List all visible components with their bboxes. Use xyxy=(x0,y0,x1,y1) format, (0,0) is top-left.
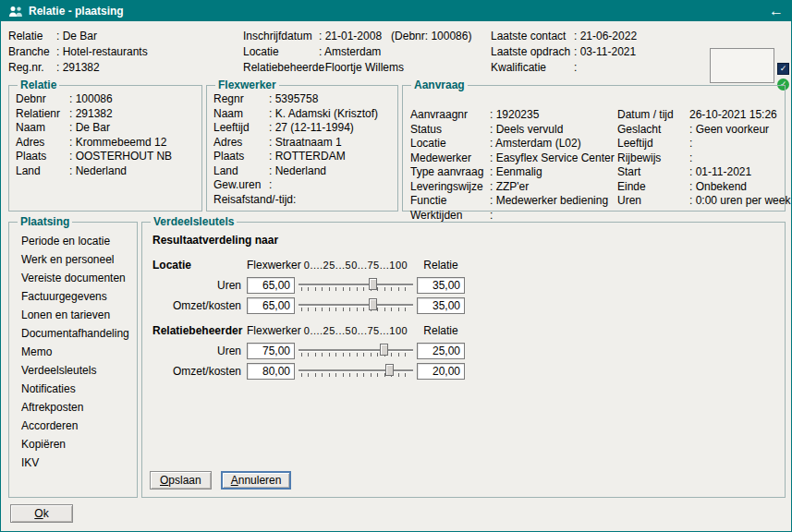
beheerder-uren-relatie-input[interactable] xyxy=(417,343,465,359)
menu-item-vereiste-documenten[interactable]: Vereiste documenten xyxy=(16,269,131,287)
info-row: Land: Nederland xyxy=(213,164,392,179)
header-row: Inschrijfdatum: 21-01-2008 (Debnr: 10008… xyxy=(243,28,471,43)
header-value: : De Bar xyxy=(56,30,97,42)
info-value: : ROTTERDAM xyxy=(269,150,346,164)
info-label: Debnr xyxy=(16,92,69,107)
locatie-omzet-flexwerker-input[interactable] xyxy=(247,297,295,314)
header-value: : 21-06-2022 xyxy=(574,30,637,42)
titlebar: Relatie - plaatsing ← xyxy=(1,1,791,21)
header-col-relatie: Relatie: De Bar Branche: Hotel-restauran… xyxy=(8,28,148,75)
menu-item-kopieren[interactable]: Kopiëren xyxy=(16,435,131,453)
info-label: Plaats xyxy=(16,150,69,164)
info-value: : ZZP'er xyxy=(490,180,529,195)
row-label: Omzet/kosten xyxy=(149,299,241,312)
info-label: Einde xyxy=(617,180,689,195)
info-row: Adres: Straatnaam 1 xyxy=(213,136,392,151)
header-label: Kwalificatie xyxy=(491,61,574,74)
info-value: : OOSTERHOUT NB xyxy=(69,150,172,164)
header-value: : 03-11-2021 xyxy=(574,45,636,58)
menu-item-memo[interactable]: Memo xyxy=(16,343,131,361)
header-row: Reg.nr.: 291382 xyxy=(8,59,148,75)
info-row: Debnr: 100086 xyxy=(16,92,196,107)
ok-button[interactable]: Ok xyxy=(10,504,73,523)
header-row: Branche: Hotel-restaurants xyxy=(8,43,148,59)
menu-item-factuurgegevens[interactable]: Factuurgegevens xyxy=(16,287,131,306)
info-row: Functie: Medewerker bediening xyxy=(410,194,615,209)
locatie-omzet-slider[interactable] xyxy=(299,296,413,314)
header-label: Branche xyxy=(8,45,56,58)
header-value: : Hotel-restaurants xyxy=(56,45,148,58)
cancel-button[interactable]: Annuleren xyxy=(221,471,292,490)
save-button[interactable]: Opslaan xyxy=(150,471,212,490)
slider-thumb[interactable] xyxy=(385,364,394,376)
info-row: Leveringswijze: ZZP'er xyxy=(410,180,615,195)
beheerder-uren-slider[interactable] xyxy=(299,342,413,359)
menu-item-ikv[interactable]: IKV xyxy=(16,453,131,472)
menu-item-accorderen[interactable]: Accorderen xyxy=(16,417,131,435)
menu-item-lonen-en-tarieven[interactable]: Lonen en tarieven xyxy=(16,306,131,324)
info-label: Start xyxy=(617,165,689,180)
menu-item-documentafhandeling[interactable]: Documentafhandeling xyxy=(16,324,131,343)
beheerder-omzet-slider[interactable] xyxy=(299,362,413,380)
info-row: Einde: Onbekend xyxy=(617,180,790,195)
menu-item-aftrekposten[interactable]: Aftrekposten xyxy=(16,398,131,417)
row-label: Uren xyxy=(149,279,241,292)
info-row: Geslacht: Geen voorkeur xyxy=(617,123,790,138)
header-value: : Amsterdam xyxy=(319,45,381,58)
info-label: Status xyxy=(410,123,490,138)
aanvraag-legend: Aanvraag xyxy=(411,79,468,91)
people-icon xyxy=(8,6,23,18)
info-value: : Amsterdam (L02) xyxy=(490,137,581,151)
info-value: : K. Adamski (Krisztof) xyxy=(269,107,378,122)
aanvraag-panel: Aanvraag Aanvraagnr: 1920235 Status: Dee… xyxy=(402,79,786,212)
info-value: : Krommebeemd 12 xyxy=(69,136,166,151)
locatie-uren-slider[interactable] xyxy=(299,276,413,294)
header-col-inschrijving: Inschrijfdatum: 21-01-2008 (Debnr: 10008… xyxy=(243,28,471,75)
beheerder-omzet-flexwerker-input[interactable] xyxy=(247,363,295,380)
uren-row: Uren xyxy=(149,342,779,359)
info-label: Datum / tijd xyxy=(617,108,689,123)
info-label: Leeftijd xyxy=(213,121,269,136)
info-value: : xyxy=(689,137,692,151)
slider-scale-label: 0....25...50...75...100 xyxy=(299,325,413,336)
info-row: Adres: Krommebeemd 12 xyxy=(16,136,196,151)
beheerder-omzet-relatie-input[interactable] xyxy=(417,363,465,380)
info-label: Land xyxy=(16,164,69,179)
slider-scale-label: 0....25...50...75...100 xyxy=(299,260,413,271)
omzet-kosten-row: Omzet/kosten xyxy=(149,296,779,314)
slider-thumb[interactable] xyxy=(380,344,388,356)
locatie-omzet-relatie-input[interactable] xyxy=(417,297,465,314)
menu-item-periode-en-locatie[interactable]: Periode en locatie xyxy=(16,232,131,250)
form-buttons: Opslaan Annuleren xyxy=(150,471,291,490)
slider-thumb[interactable] xyxy=(369,278,377,290)
info-value: : Straatnaam 1 xyxy=(269,136,342,151)
menu-item-notificaties[interactable]: Notificaties xyxy=(16,380,131,398)
slider-ticks xyxy=(301,353,412,357)
info-value: : 1920235 xyxy=(490,108,539,123)
locatie-uren-relatie-input[interactable] xyxy=(417,277,465,294)
info-row: Relatienr: 291382 xyxy=(16,107,196,122)
header-label: Laatste contact xyxy=(491,30,574,42)
uren-row: Uren xyxy=(149,276,779,294)
info-row: Naam: De Bar xyxy=(16,121,196,136)
flexwerker-column-header: Flexwerker xyxy=(247,259,295,272)
info-row: Plaats: ROTTERDAM xyxy=(213,150,392,164)
locatie-uren-flexwerker-input[interactable] xyxy=(247,277,295,294)
relatie-column-header: Relatie xyxy=(417,324,465,337)
group-name: Locatie xyxy=(149,259,247,272)
info-value: : 0:00 uren per week xyxy=(689,194,790,209)
back-arrow-icon[interactable]: ← xyxy=(769,4,784,18)
menu-item-verdeelsleutels[interactable]: Verdeelsleutels xyxy=(16,361,131,380)
beheerder-uren-flexwerker-input[interactable] xyxy=(247,343,295,359)
slider-thumb[interactable] xyxy=(369,298,377,310)
info-label: Gew.uren xyxy=(213,178,269,193)
info-row: Leeftijd: 27 (12-11-1994) xyxy=(213,121,392,136)
menu-item-werk-en-personeel[interactable]: Werk en personeel xyxy=(16,250,131,269)
info-label: Land xyxy=(213,164,269,179)
checked-checkbox-icon[interactable]: ✓ xyxy=(777,63,789,75)
header-label: Reg.nr. xyxy=(8,61,56,74)
header-value: : 21-01-2008 (Debnr: 100086) xyxy=(319,30,471,42)
header-row: Kwalificatie: xyxy=(491,59,637,75)
verdeelsleutels-panel: Verdeelsleutels Resultaatverdeling naar … xyxy=(141,215,786,498)
info-label: Leeftijd xyxy=(617,137,689,151)
